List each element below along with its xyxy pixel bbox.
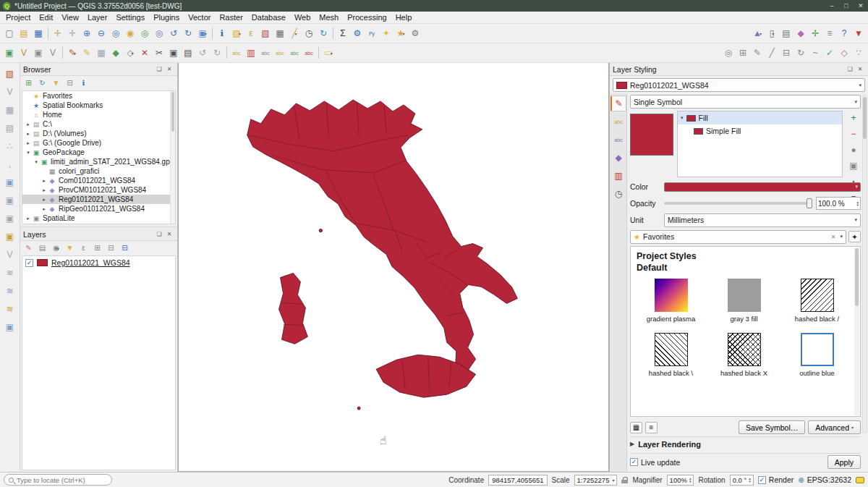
add-group-icon[interactable]: ▤ (36, 242, 48, 255)
add-spatialite-layer-icon[interactable]: ▣ (3, 193, 17, 208)
remove-layer-icon[interactable]: ⊟ (119, 242, 131, 255)
trace-icon[interactable]: ∵ (851, 46, 866, 60)
new-virtual-layer-icon[interactable]: V (46, 46, 60, 60)
layout-manager-icon[interactable]: ▤ (779, 26, 793, 41)
highlight-pinned-labels-icon[interactable]: abc (273, 46, 287, 60)
zoom-last-icon[interactable]: ↺ (166, 26, 181, 41)
styling-scrollbar[interactable] (862, 95, 867, 433)
browser-item-limiti-admin-stat-2021-wgs84-gpkg[interactable]: ▾▣limiti_admin_STAT_2021_WGS84.gpkg (22, 157, 175, 166)
georeferencer-icon[interactable]: ✢ (808, 26, 822, 41)
clear-filter-icon[interactable]: ✕ (831, 234, 836, 240)
history-tab-icon[interactable]: ◷ (610, 186, 626, 202)
new-map-view-icon[interactable]: ▣▾ (195, 26, 210, 41)
reshape-features-icon[interactable]: ✎ (750, 46, 765, 60)
vertex-tool-icon[interactable]: ◇▾ (123, 46, 137, 60)
select-features-icon[interactable]: ▧▾ (229, 26, 244, 41)
apply-button[interactable]: Apply (827, 455, 861, 469)
data-source-manager-icon[interactable]: ▧ (3, 67, 17, 81)
select-by-expression-icon[interactable]: ε (244, 26, 258, 41)
browser-item-g-google-drive[interactable]: ▸▤G:\ (Google Drive) (22, 138, 175, 148)
new-annotation-icon[interactable]: ▭▾ (321, 46, 336, 60)
menu-raster[interactable]: Raster (215, 12, 247, 22)
undo-icon[interactable]: ↺ (195, 46, 210, 60)
style-card-gradient-plasma[interactable]: gradient plasma (637, 279, 705, 323)
lock-symbol-layer-icon[interactable]: ● (846, 143, 861, 157)
pin-labels-icon[interactable]: abc (258, 46, 273, 60)
collapse-all-icon[interactable]: ⊟ (64, 77, 76, 90)
browser-scrollbar[interactable] (170, 91, 175, 224)
layer-rendering-section[interactable]: ▶ Layer Rendering (630, 436, 861, 451)
maximize-button[interactable]: □ (839, 0, 854, 12)
layer-visibility-checkbox[interactable]: ✓ (25, 259, 33, 267)
options-icon[interactable]: ⚙ (408, 26, 422, 41)
symbol-tree-simple-fill-row[interactable]: Simple Fill (678, 124, 842, 137)
opacity-spinbox[interactable]: 100.0 % ▴▾ (816, 197, 861, 210)
expander-icon[interactable]: ▾ (33, 159, 40, 165)
merge-features-icon[interactable]: ⊟ (779, 46, 793, 60)
expander-icon[interactable]: ▸ (41, 206, 48, 212)
browser-item-geopackage[interactable]: ▾▣GeoPackage (22, 148, 175, 157)
browser-item-com01012021-wgs84[interactable]: ▸◆Com01012021_WGS84 (22, 176, 175, 185)
add-arcgis-layer-icon[interactable]: ▣ (3, 320, 17, 334)
menu-settings[interactable]: Settings (111, 12, 149, 22)
menu-project[interactable]: Project (1, 12, 35, 22)
style-manager-icon[interactable]: ✦ (848, 231, 861, 242)
browser-item-d-volumes[interactable]: ▸▤D:\ (Volumes) (22, 129, 175, 138)
browser-item-spatial-bookmarks[interactable]: ★Spatial Bookmarks (22, 101, 175, 110)
browser-item-colori-grafici[interactable]: ▦colori_grafici (22, 166, 175, 176)
split-features-icon[interactable]: ╱ (765, 46, 779, 60)
add-virtual-layer-icon[interactable]: V (3, 247, 17, 262)
locate-search[interactable] (4, 474, 112, 486)
layer-diagram-icon[interactable]: ▥ (244, 46, 258, 60)
spin-arrows-icon[interactable]: ▴▾ (856, 200, 859, 206)
style-card-hashed-black[interactable]: hashed black \ (637, 333, 705, 377)
menu-web[interactable]: Web (290, 12, 315, 22)
browser-item-spatialite[interactable]: ▸▣SpatiaLite (22, 213, 175, 223)
copy-features-icon[interactable]: ▣ (166, 46, 181, 60)
scale-select[interactable]: 1:7252275 ▾ (574, 475, 618, 486)
style-card-gray-3-fill[interactable]: gray 3 fill (710, 279, 778, 323)
paste-features-icon[interactable]: ▤ (181, 46, 195, 60)
menu-plugins[interactable]: Plugins (149, 12, 184, 22)
map-tips-icon[interactable]: ✦ (379, 26, 393, 41)
new-spatialite-icon[interactable]: ▣ (31, 46, 46, 60)
float-panel-icon[interactable]: ❏ (154, 64, 164, 74)
live-update-checkbox[interactable]: ✓ Live update (630, 458, 680, 467)
style-card-hashed-black[interactable]: hashed black / (783, 279, 851, 323)
deselect-features-icon[interactable]: ▧ (258, 26, 273, 41)
add-ring-icon[interactable]: ◎ (721, 46, 736, 60)
expander-icon[interactable]: ▸ (25, 122, 32, 127)
add-vector-layer-icon[interactable]: V (3, 85, 17, 99)
symbology-tab-icon[interactable]: ✎ (610, 96, 626, 111)
add-selected-layers-icon[interactable]: ⊞ (22, 77, 35, 90)
new-bookmark-icon[interactable]: ★▾ (393, 26, 408, 41)
browser-item-home[interactable]: ⌂Home (22, 110, 175, 119)
measure-icon[interactable]: ╱▾ (287, 26, 302, 41)
opacity-slider[interactable] (664, 202, 812, 205)
slider-handle[interactable] (807, 198, 812, 208)
browser-item-postgresql[interactable]: ▸▣PostgreSQL (22, 223, 175, 224)
expand-all-icon[interactable]: ⊞ (91, 242, 103, 255)
scrollbar-thumb[interactable] (855, 248, 859, 306)
lock-scale-icon[interactable] (621, 477, 628, 483)
crs-button[interactable]: ⊕ EPSG:32632 (798, 475, 851, 484)
add-polygon-feature-icon[interactable]: ◆ (109, 46, 123, 60)
toggle-editing-icon[interactable]: ✎ (80, 46, 94, 60)
symbol-tree-fill-row[interactable]: ▾ Fill (678, 111, 842, 124)
diagrams-tab-icon[interactable]: ▥ (610, 168, 626, 184)
3d-view-tab-icon[interactable]: ◆ (610, 150, 626, 166)
manage-map-themes-icon[interactable]: ◉▾ (50, 242, 62, 255)
browser-properties-icon[interactable]: ℹ (77, 77, 90, 90)
menu-database[interactable]: Database (247, 12, 290, 22)
expander-icon[interactable]: ▸ (41, 197, 48, 203)
zoom-native-icon[interactable]: ◎ (109, 26, 123, 41)
minimize-button[interactable]: – (825, 0, 839, 12)
scrollbar-thumb[interactable] (171, 92, 174, 132)
browser-item-favorites[interactable]: ★Favorites (22, 91, 175, 101)
pan-to-selection-icon[interactable]: ✛ (65, 26, 80, 41)
redo-icon[interactable]: ↻ (210, 46, 224, 60)
duplicate-symbol-layer-icon[interactable]: ▣ (846, 158, 861, 173)
python-console-icon[interactable]: Py (365, 26, 379, 41)
expander-icon[interactable]: ▸ (41, 178, 48, 184)
close-panel-icon[interactable]: ✕ (164, 229, 174, 239)
